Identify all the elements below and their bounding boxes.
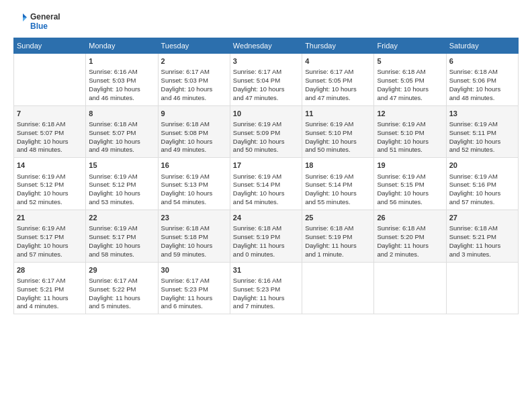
calendar-cell: 27Sunrise: 6:18 AM Sunset: 5:21 PM Dayli…	[446, 210, 518, 262]
day-number: 8	[89, 109, 154, 119]
header-row: SundayMondayTuesdayWednesdayThursdayFrid…	[14, 38, 519, 54]
day-number: 4	[305, 56, 371, 66]
calendar-cell: 1Sunrise: 6:16 AM Sunset: 5:03 PM Daylig…	[86, 54, 158, 106]
day-content: Sunrise: 6:18 AM Sunset: 5:19 PM Dayligh…	[305, 224, 371, 259]
day-number: 10	[233, 109, 299, 119]
day-number: 14	[17, 161, 83, 171]
header-friday: Friday	[374, 38, 446, 54]
day-number: 12	[377, 109, 443, 119]
day-number: 19	[377, 161, 443, 171]
day-content: Sunrise: 6:19 AM Sunset: 5:17 PM Dayligh…	[17, 224, 83, 259]
day-number: 22	[89, 213, 154, 223]
week-row-3: 14Sunrise: 6:19 AM Sunset: 5:12 PM Dayli…	[14, 158, 519, 210]
calendar-cell: 18Sunrise: 6:19 AM Sunset: 5:14 PM Dayli…	[302, 158, 374, 210]
day-number: 23	[161, 213, 227, 223]
calendar-cell: 20Sunrise: 6:19 AM Sunset: 5:16 PM Dayli…	[446, 158, 518, 210]
calendar-cell	[374, 262, 446, 314]
calendar-cell: 29Sunrise: 6:17 AM Sunset: 5:22 PM Dayli…	[86, 262, 158, 314]
calendar-cell: 16Sunrise: 6:19 AM Sunset: 5:13 PM Dayli…	[158, 158, 230, 210]
day-content: Sunrise: 6:19 AM Sunset: 5:15 PM Dayligh…	[377, 173, 443, 207]
calendar-cell: 26Sunrise: 6:18 AM Sunset: 5:20 PM Dayli…	[374, 210, 446, 262]
day-number: 29	[89, 265, 154, 275]
svg-marker-1	[23, 13, 27, 17]
calendar-cell: 6Sunrise: 6:18 AM Sunset: 5:06 PM Daylig…	[446, 54, 518, 106]
day-number: 9	[161, 109, 227, 119]
day-content: Sunrise: 6:18 AM Sunset: 5:20 PM Dayligh…	[377, 224, 443, 259]
header-saturday: Saturday	[446, 38, 518, 54]
day-content: Sunrise: 6:18 AM Sunset: 5:06 PM Dayligh…	[449, 68, 515, 102]
calendar-cell: 24Sunrise: 6:18 AM Sunset: 5:19 PM Dayli…	[230, 210, 302, 262]
calendar-cell: 10Sunrise: 6:19 AM Sunset: 5:09 PM Dayli…	[230, 105, 302, 158]
day-content: Sunrise: 6:19 AM Sunset: 5:16 PM Dayligh…	[449, 173, 515, 207]
day-content: Sunrise: 6:19 AM Sunset: 5:10 PM Dayligh…	[305, 120, 371, 154]
day-number: 5	[377, 56, 443, 66]
day-number: 30	[161, 265, 227, 275]
day-content: Sunrise: 6:17 AM Sunset: 5:23 PM Dayligh…	[161, 277, 227, 311]
calendar-cell	[302, 262, 374, 314]
calendar-cell: 31Sunrise: 6:16 AM Sunset: 5:23 PM Dayli…	[230, 262, 302, 314]
page-container: General Blue SundayMondayTuesdayWednesda…	[0, 0, 532, 321]
day-content: Sunrise: 6:19 AM Sunset: 5:14 PM Dayligh…	[305, 173, 371, 207]
day-content: Sunrise: 6:19 AM Sunset: 5:11 PM Dayligh…	[449, 120, 515, 154]
calendar-cell: 28Sunrise: 6:17 AM Sunset: 5:21 PM Dayli…	[14, 262, 86, 314]
calendar-table: SundayMondayTuesdayWednesdayThursdayFrid…	[13, 38, 519, 314]
day-number: 25	[305, 213, 371, 223]
day-number: 20	[449, 161, 515, 171]
week-row-2: 7Sunrise: 6:18 AM Sunset: 5:07 PM Daylig…	[14, 105, 519, 158]
day-content: Sunrise: 6:18 AM Sunset: 5:05 PM Dayligh…	[377, 68, 443, 102]
calendar-cell: 2Sunrise: 6:17 AM Sunset: 5:03 PM Daylig…	[158, 54, 230, 106]
day-number: 31	[233, 265, 299, 275]
calendar-cell: 15Sunrise: 6:19 AM Sunset: 5:12 PM Dayli…	[86, 158, 158, 210]
day-content: Sunrise: 6:18 AM Sunset: 5:07 PM Dayligh…	[17, 120, 83, 154]
day-content: Sunrise: 6:19 AM Sunset: 5:13 PM Dayligh…	[161, 173, 227, 207]
day-number: 1	[89, 56, 154, 66]
calendar-cell: 17Sunrise: 6:19 AM Sunset: 5:14 PM Dayli…	[230, 158, 302, 210]
calendar-cell: 25Sunrise: 6:18 AM Sunset: 5:19 PM Dayli…	[302, 210, 374, 262]
week-row-4: 21Sunrise: 6:19 AM Sunset: 5:17 PM Dayli…	[14, 210, 519, 262]
header-wednesday: Wednesday	[230, 38, 302, 54]
day-number: 2	[161, 56, 227, 66]
day-content: Sunrise: 6:19 AM Sunset: 5:12 PM Dayligh…	[17, 173, 83, 207]
svg-rect-0	[13, 12, 27, 28]
header-sunday: Sunday	[14, 38, 86, 54]
calendar-cell: 3Sunrise: 6:17 AM Sunset: 5:04 PM Daylig…	[230, 54, 302, 106]
week-row-1: 1Sunrise: 6:16 AM Sunset: 5:03 PM Daylig…	[14, 54, 519, 106]
calendar-cell: 22Sunrise: 6:19 AM Sunset: 5:17 PM Dayli…	[86, 210, 158, 262]
day-content: Sunrise: 6:19 AM Sunset: 5:12 PM Dayligh…	[89, 173, 154, 207]
calendar-cell: 14Sunrise: 6:19 AM Sunset: 5:12 PM Dayli…	[14, 158, 86, 210]
calendar-cell: 21Sunrise: 6:19 AM Sunset: 5:17 PM Dayli…	[14, 210, 86, 262]
day-number: 13	[449, 109, 515, 119]
header-monday: Monday	[86, 38, 158, 54]
day-content: Sunrise: 6:18 AM Sunset: 5:18 PM Dayligh…	[161, 224, 227, 259]
day-content: Sunrise: 6:19 AM Sunset: 5:10 PM Dayligh…	[377, 120, 443, 154]
day-content: Sunrise: 6:18 AM Sunset: 5:19 PM Dayligh…	[233, 224, 299, 259]
calendar-cell: 12Sunrise: 6:19 AM Sunset: 5:10 PM Dayli…	[374, 105, 446, 158]
calendar-cell	[446, 262, 518, 314]
logo: General Blue	[13, 12, 60, 32]
calendar-cell: 11Sunrise: 6:19 AM Sunset: 5:10 PM Dayli…	[302, 105, 374, 158]
calendar-cell: 13Sunrise: 6:19 AM Sunset: 5:11 PM Dayli…	[446, 105, 518, 158]
day-number: 16	[161, 161, 227, 171]
day-number: 26	[377, 213, 443, 223]
header-thursday: Thursday	[302, 38, 374, 54]
day-number: 27	[449, 213, 515, 223]
header: General Blue	[13, 12, 519, 32]
day-content: Sunrise: 6:18 AM Sunset: 5:21 PM Dayligh…	[449, 224, 515, 259]
calendar-cell: 30Sunrise: 6:17 AM Sunset: 5:23 PM Dayli…	[158, 262, 230, 314]
calendar-cell: 4Sunrise: 6:17 AM Sunset: 5:05 PM Daylig…	[302, 54, 374, 106]
day-content: Sunrise: 6:18 AM Sunset: 5:07 PM Dayligh…	[89, 120, 154, 154]
day-number: 24	[233, 213, 299, 223]
day-number: 21	[17, 213, 83, 223]
day-content: Sunrise: 6:19 AM Sunset: 5:17 PM Dayligh…	[89, 224, 154, 259]
day-content: Sunrise: 6:16 AM Sunset: 5:03 PM Dayligh…	[89, 68, 154, 102]
day-content: Sunrise: 6:19 AM Sunset: 5:09 PM Dayligh…	[233, 120, 299, 154]
day-number: 18	[305, 161, 371, 171]
logo-svg	[13, 12, 27, 28]
day-number: 7	[17, 109, 83, 119]
calendar-cell: 9Sunrise: 6:18 AM Sunset: 5:08 PM Daylig…	[158, 105, 230, 158]
day-content: Sunrise: 6:16 AM Sunset: 5:23 PM Dayligh…	[233, 277, 299, 311]
header-tuesday: Tuesday	[158, 38, 230, 54]
day-content: Sunrise: 6:19 AM Sunset: 5:14 PM Dayligh…	[233, 173, 299, 207]
day-number: 15	[89, 161, 154, 171]
day-content: Sunrise: 6:17 AM Sunset: 5:03 PM Dayligh…	[161, 68, 227, 102]
